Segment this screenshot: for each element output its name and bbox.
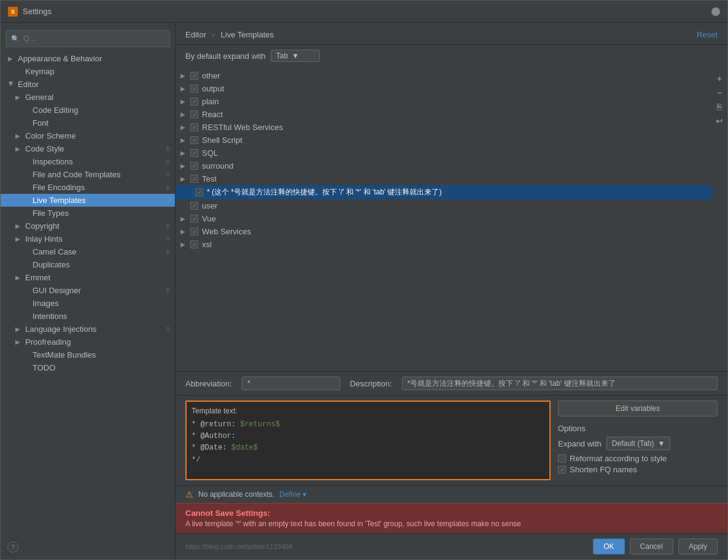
- error-message: A live template '*' with an empty text h…: [185, 520, 718, 528]
- template-line-3: * @Date: $date$: [192, 442, 544, 454]
- checkbox-user[interactable]: [190, 202, 198, 210]
- sidebar-item-file-types[interactable]: File Types: [1, 207, 175, 220]
- sidebar-item-textmate-bundles[interactable]: TextMate Bundles: [1, 348, 175, 361]
- sidebar-item-color-scheme[interactable]: ▶ Color Scheme: [1, 129, 175, 142]
- arrow-icon: ▶: [15, 236, 21, 242]
- edit-variables-button[interactable]: Edit variables: [558, 401, 718, 416]
- expand-select[interactable]: Tab ▼: [271, 50, 320, 62]
- copy-template-button[interactable]: ⎘: [713, 100, 726, 113]
- reset-button[interactable]: Reset: [697, 30, 718, 39]
- search-input[interactable]: [23, 34, 165, 43]
- sidebar-item-live-templates[interactable]: Live Templates: [1, 194, 175, 207]
- sidebar-item-label: Code Style: [25, 144, 64, 153]
- apply-button[interactable]: Apply: [678, 539, 718, 554]
- sidebar-item-editor[interactable]: ▶ Editor: [1, 78, 175, 91]
- tree-item-output[interactable]: ▶ output: [176, 82, 713, 95]
- sidebar-item-copyright[interactable]: ▶ Copyright ⎘: [1, 220, 175, 232]
- sidebar-item-label: Appearance & Behavior: [18, 54, 102, 63]
- tree-item-sql[interactable]: ▶ SQL: [176, 147, 713, 159]
- expand-with-row: Expand with Default (Tab) ▼: [558, 437, 718, 450]
- abbreviation-input[interactable]: [242, 377, 340, 390]
- sidebar-item-inlay-hints[interactable]: ▶ Inlay Hints ⎘: [1, 232, 175, 245]
- checkbox-react[interactable]: [190, 110, 198, 118]
- checkbox-restful[interactable]: [190, 123, 198, 131]
- expand-with-select[interactable]: Default (Tab) ▼: [606, 437, 671, 450]
- tree-item-plain[interactable]: ▶ plain: [176, 95, 713, 108]
- checkbox-vue[interactable]: [190, 215, 198, 223]
- sidebar-item-camel-case[interactable]: Camel Case ⎘: [1, 245, 175, 258]
- tree-item-vue[interactable]: ▶ Vue: [176, 212, 713, 225]
- add-button[interactable]: +: [713, 72, 726, 85]
- reformat-checkbox-row: Reformat according to style: [558, 454, 718, 463]
- tree-item-react[interactable]: ▶ React: [176, 108, 713, 121]
- sidebar-item-code-editing[interactable]: Code Editing: [1, 104, 175, 117]
- checkbox-plain[interactable]: [190, 98, 198, 105]
- arrow-icon: ▶: [15, 339, 21, 345]
- search-icon: 🔍: [11, 35, 20, 43]
- ok-button[interactable]: OK: [593, 539, 624, 554]
- sidebar-item-language-injections[interactable]: ▶ Language Injections ⎘: [1, 323, 175, 336]
- sidebar-item-appearance[interactable]: ▶ Appearance & Behavior: [1, 52, 175, 65]
- arrow-icon: ▶: [180, 111, 187, 118]
- checkbox-shell[interactable]: [190, 136, 198, 144]
- tree-item-label: Shell Script: [202, 136, 242, 145]
- sidebar-item-todo[interactable]: TODO: [1, 361, 175, 374]
- arrow-icon: ▶: [180, 175, 187, 182]
- help-icon[interactable]: ?: [7, 542, 18, 553]
- sidebar-item-images[interactable]: Images: [1, 297, 175, 310]
- sidebar-item-general[interactable]: ▶ General: [1, 91, 175, 104]
- checkbox-surround[interactable]: [190, 162, 198, 170]
- sidebar-item-code-style[interactable]: ▶ Code Style ⎘: [1, 142, 175, 155]
- tree-item-restful[interactable]: ▶ RESTful Web Services: [176, 121, 713, 134]
- checkbox-test-item[interactable]: [195, 188, 203, 196]
- undo-button[interactable]: ↩: [713, 114, 726, 128]
- sidebar-item-keymap[interactable]: Keymap: [1, 65, 175, 78]
- checkbox-sql[interactable]: [190, 149, 198, 157]
- checkbox-other[interactable]: [190, 72, 198, 80]
- checkbox-xsl[interactable]: [190, 240, 198, 248]
- sidebar-item-intentions[interactable]: Intentions: [1, 310, 175, 323]
- tree-item-other[interactable]: ▶ other: [176, 69, 713, 82]
- sidebar-item-emmet[interactable]: ▶ Emmet: [1, 271, 175, 284]
- define-link[interactable]: Define ▾: [279, 490, 306, 499]
- tree-action-buttons: + − ⎘ ↩: [713, 69, 726, 128]
- sidebar-item-label: Code Editing: [33, 105, 78, 115]
- sidebar-item-label: General: [25, 93, 53, 102]
- sidebar-item-proofreading[interactable]: ▶ Proofreading: [1, 336, 175, 348]
- sidebar-item-gui-designer[interactable]: GUI Designer ⎘: [1, 284, 175, 297]
- checkbox-test[interactable]: [190, 175, 198, 183]
- window-controls: ✕: [711, 7, 720, 16]
- tree-item-web-services[interactable]: ▶ Web Services: [176, 225, 713, 238]
- arrow-icon: ▶: [180, 163, 187, 169]
- template-line-2: * @Author:: [192, 431, 544, 442]
- remove-button[interactable]: −: [713, 86, 726, 99]
- tree-item-label: Web Services: [202, 227, 251, 236]
- copy-icon: ⎘: [166, 158, 170, 165]
- sidebar-item-file-code-templates[interactable]: File and Code Templates ⎘: [1, 168, 175, 181]
- shorten-checkbox[interactable]: [558, 466, 566, 474]
- checkbox-web-services[interactable]: [190, 228, 198, 236]
- watermark: https://blog.csdn.net/admin1123404: [185, 543, 292, 550]
- cancel-button[interactable]: Cancel: [630, 539, 673, 554]
- arrow-icon: ▶: [180, 215, 187, 222]
- checkbox-output[interactable]: [190, 85, 198, 93]
- sidebar-item-font[interactable]: Font: [1, 117, 175, 129]
- sidebar-item-duplicates[interactable]: Duplicates: [1, 258, 175, 271]
- tree-item-surround[interactable]: ▶ surround: [176, 159, 713, 172]
- dialog-buttons: https://blog.csdn.net/admin1123404 OK Ca…: [176, 533, 727, 559]
- close-button[interactable]: ✕: [711, 7, 720, 16]
- tree-item-xsl[interactable]: ▶ xsl: [176, 238, 713, 251]
- description-input[interactable]: [402, 377, 718, 390]
- tree-panel: ▶ other ▶ output ▶ plain: [176, 67, 727, 371]
- tree-item-test[interactable]: ▶ Test: [176, 172, 713, 185]
- template-code: * @return: $returns$ * @Author: * @Date:…: [192, 419, 544, 466]
- tree-item-user[interactable]: user: [176, 199, 713, 212]
- reformat-checkbox[interactable]: [558, 455, 566, 462]
- tree-item-test-item[interactable]: * (这个 *号就是方法注释的快捷键。按下 '/' 和 '*' 和 'tab' …: [176, 185, 713, 199]
- titlebar: S Settings ✕: [1, 1, 727, 23]
- tree-item-shell[interactable]: ▶ Shell Script: [176, 134, 713, 147]
- sidebar-item-inspections[interactable]: Inspections ⎘: [1, 155, 175, 168]
- tree-item-label: SQL: [202, 148, 218, 158]
- search-box[interactable]: 🔍: [6, 30, 170, 47]
- sidebar-item-file-encodings[interactable]: File Encodings ⎘: [1, 181, 175, 194]
